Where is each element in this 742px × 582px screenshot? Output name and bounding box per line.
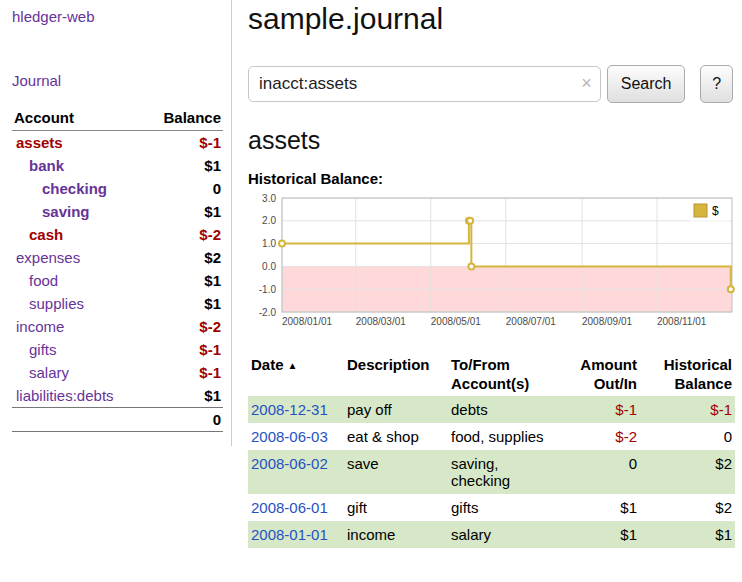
transaction-description: save bbox=[344, 450, 448, 494]
account-balance: $2 bbox=[143, 246, 223, 269]
svg-text:1.0: 1.0 bbox=[262, 238, 276, 249]
transaction-date-link[interactable]: 2008-06-03 bbox=[251, 428, 328, 445]
transaction-row: 2008-06-01giftgifts$1$2 bbox=[248, 494, 735, 521]
transaction-date-link[interactable]: 2008-12-31 bbox=[251, 401, 328, 418]
account-link[interactable]: salary bbox=[29, 364, 69, 381]
accounts-header-account: Account bbox=[12, 106, 143, 131]
account-row: income$-2 bbox=[12, 315, 223, 338]
account-name-cell: gifts bbox=[12, 338, 143, 361]
hledger-web-app: hledger-web Journal Account Balance asse… bbox=[0, 0, 742, 548]
svg-text:2008/05/01: 2008/05/01 bbox=[431, 316, 481, 327]
help-button[interactable]: ? bbox=[700, 65, 733, 103]
header-accounts-line1: To/From bbox=[451, 356, 563, 375]
chart-title: Historical Balance: bbox=[248, 170, 733, 187]
header-balance-line2: Balance bbox=[643, 375, 732, 394]
transaction-description: eat & shop bbox=[344, 423, 448, 450]
account-balance: $1 bbox=[143, 154, 223, 177]
transaction-accounts: food, supplies bbox=[448, 423, 566, 450]
svg-text:2008/09/01: 2008/09/01 bbox=[582, 316, 632, 327]
app-title-link[interactable]: hledger-web bbox=[12, 8, 95, 25]
transaction-date-link[interactable]: 2008-06-01 bbox=[251, 499, 328, 516]
transaction-date-link[interactable]: 2008-06-02 bbox=[251, 455, 328, 472]
transaction-description: pay off bbox=[344, 396, 448, 423]
transaction-accounts: salary bbox=[448, 521, 566, 548]
account-balance: $1 bbox=[143, 200, 223, 223]
account-name-cell: checking bbox=[12, 177, 143, 200]
svg-text:-1.0: -1.0 bbox=[259, 284, 277, 295]
transaction-balance: $2 bbox=[640, 450, 735, 494]
transactions-header-row: Date▲ Description To/From Account(s) Amo… bbox=[248, 354, 735, 396]
transaction-date-cell: 2008-06-01 bbox=[248, 494, 344, 521]
transaction-amount: 0 bbox=[566, 450, 640, 494]
svg-text:0.0: 0.0 bbox=[262, 261, 276, 272]
svg-text:2008/01/01: 2008/01/01 bbox=[282, 316, 332, 327]
historical-balance-chart: 3.02.01.00.0-1.0-2.02008/01/012008/03/01… bbox=[248, 193, 733, 337]
account-name-cell: saving bbox=[12, 200, 143, 223]
sidebar: hledger-web Journal Account Balance asse… bbox=[0, 0, 232, 446]
header-accounts: To/From Account(s) bbox=[448, 354, 566, 396]
account-link[interactable]: cash bbox=[29, 226, 63, 243]
transaction-date-link[interactable]: 2008-01-01 bbox=[251, 526, 328, 543]
account-row: gifts$-1 bbox=[12, 338, 223, 361]
account-name-cell: liabilities:debts bbox=[12, 384, 143, 408]
header-date-label: Date bbox=[251, 356, 284, 373]
account-balance: $1 bbox=[143, 384, 223, 408]
svg-text:2008/07/01: 2008/07/01 bbox=[506, 316, 556, 327]
transaction-amount: $1 bbox=[566, 494, 640, 521]
account-name-cell: supplies bbox=[12, 292, 143, 315]
svg-text:3.0: 3.0 bbox=[262, 193, 276, 204]
accounts-table: Account Balance assets$-1bank$1checking0… bbox=[12, 106, 223, 432]
account-link[interactable]: bank bbox=[29, 157, 64, 174]
transaction-description: income bbox=[344, 521, 448, 548]
account-link[interactable]: supplies bbox=[29, 295, 84, 312]
account-link[interactable]: expenses bbox=[16, 249, 80, 266]
account-link[interactable]: checking bbox=[42, 180, 107, 197]
transaction-date-cell: 2008-06-02 bbox=[248, 450, 344, 494]
account-name-cell: food bbox=[12, 269, 143, 292]
account-row: checking0 bbox=[12, 177, 223, 200]
header-amount-line1: Amount bbox=[569, 356, 637, 375]
search-input[interactable] bbox=[248, 66, 601, 102]
transaction-row: 2008-06-03eat & shopfood, supplies$-20 bbox=[248, 423, 735, 450]
account-link[interactable]: assets bbox=[16, 134, 63, 151]
account-name-cell: bank bbox=[12, 154, 143, 177]
transaction-accounts: gifts bbox=[448, 494, 566, 521]
transaction-balance: $1 bbox=[640, 521, 735, 548]
sort-ascending-icon: ▲ bbox=[288, 360, 298, 371]
balance-chart-svg: 3.02.01.00.0-1.0-2.02008/01/012008/03/01… bbox=[248, 193, 735, 333]
clear-search-icon[interactable]: × bbox=[581, 73, 592, 94]
transaction-balance: $2 bbox=[640, 494, 735, 521]
account-row: saving$1 bbox=[12, 200, 223, 223]
account-name-cell: income bbox=[12, 315, 143, 338]
journal-link[interactable]: Journal bbox=[12, 72, 61, 89]
account-name-cell: salary bbox=[12, 361, 143, 384]
transaction-amount: $-2 bbox=[566, 423, 640, 450]
account-row: salary$-1 bbox=[12, 361, 223, 384]
header-balance-line1: Historical bbox=[643, 356, 732, 375]
transaction-amount: $1 bbox=[566, 521, 640, 548]
account-row: assets$-1 bbox=[12, 131, 223, 155]
transaction-date-cell: 2008-12-31 bbox=[248, 396, 344, 423]
transaction-accounts: debts bbox=[448, 396, 566, 423]
main-content: sample.journal × Search ? assets Histori… bbox=[232, 0, 741, 548]
transaction-description: gift bbox=[344, 494, 448, 521]
svg-text:2008/03/01: 2008/03/01 bbox=[356, 316, 406, 327]
account-balance: $-2 bbox=[143, 315, 223, 338]
header-amount-line2: Out/In bbox=[569, 375, 637, 394]
header-date[interactable]: Date▲ bbox=[248, 354, 344, 396]
header-balance: Historical Balance bbox=[640, 354, 735, 396]
account-balance: $1 bbox=[143, 269, 223, 292]
account-link[interactable]: income bbox=[16, 318, 64, 335]
account-link[interactable]: liabilities:debts bbox=[16, 387, 114, 404]
account-name-cell: expenses bbox=[12, 246, 143, 269]
account-link[interactable]: food bbox=[29, 272, 58, 289]
account-balance: 0 bbox=[143, 177, 223, 200]
header-accounts-line2: Account(s) bbox=[451, 375, 563, 394]
account-link[interactable]: gifts bbox=[29, 341, 57, 358]
account-balance: $-1 bbox=[143, 338, 223, 361]
transaction-accounts: saving, checking bbox=[448, 450, 566, 494]
account-link[interactable]: saving bbox=[42, 203, 90, 220]
account-heading: assets bbox=[248, 126, 733, 155]
search-button[interactable]: Search bbox=[607, 65, 686, 103]
account-row: cash$-2 bbox=[12, 223, 223, 246]
